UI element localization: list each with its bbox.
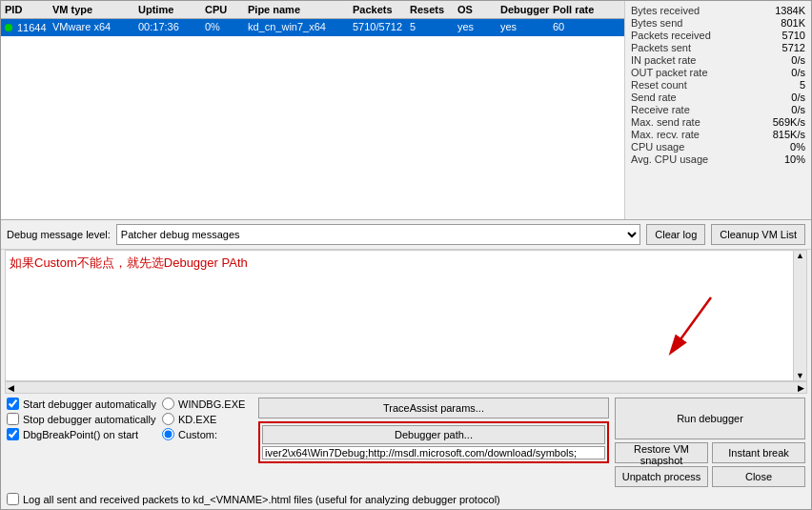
stats-label: Max. send rate [631,116,700,128]
log-packets-checkbox[interactable] [7,493,19,505]
cleanup-vm-button[interactable]: Cleanup VM List [711,224,805,245]
dbgbreak-checkbox[interactable] [7,428,19,440]
custom-radio[interactable] [162,428,174,440]
stats-label: Avg. CPU usage [631,153,708,165]
stats-label: IN packet rate [631,54,696,66]
stats-value: 5 [800,79,805,91]
scroll-left-arrow[interactable]: ◀ [8,383,14,393]
cell-resets: 5 [408,20,456,35]
debugger-path-button[interactable]: Debugger path... [262,425,605,444]
scroll-down-arrow[interactable]: ▼ [796,371,804,380]
cell-vmtype: VMware x64 [51,20,136,35]
table-row[interactable]: 11644 VMware x64 00:17:36 0% kd_cn_win7_… [1,19,624,36]
stats-label: Reset count [631,79,687,91]
main-window: PID VM type Uptime CPU Pipe name Packets… [0,0,812,510]
stop-debugger-label: Stop debugger automatically [23,414,155,425]
unpatch-close-row: Unpatch process Close [615,466,805,487]
cell-pipename: kd_cn_win7_x64 [246,20,351,35]
restore-snapshot-button[interactable]: Restore VM snapshot [615,442,708,463]
cell-os: yes [456,20,498,35]
col-resets: Resets [408,3,456,16]
stats-value: 0/s [791,92,805,103]
col-os: OS [456,3,498,16]
col-pollrate: Poll rate [551,3,608,16]
stats-label: Send rate [631,92,677,103]
stats-label: Bytes send [631,17,682,29]
table-body: 11644 VMware x64 00:17:36 0% kd_cn_win7_… [1,19,624,219]
stats-value: 1384K [775,5,805,16]
cb-log-packets: Log all sent and received packets to kd_… [7,493,805,505]
col-packets: Packets [351,3,408,16]
middle-col: TraceAssist params... Debugger path... [258,398,609,463]
stats-row: Packets received5710 [631,30,805,41]
instant-break-button[interactable]: Instant break [712,442,805,463]
stats-label: Receive rate [631,104,690,115]
radio-kd: KD.EXE [162,413,253,425]
scroll-right-arrow[interactable]: ▶ [798,383,804,393]
restore-instant-row: Restore VM snapshot Instant break [615,442,805,463]
stats-label: Packets received [631,30,711,41]
stats-label: CPU usage [631,141,684,153]
top-section: PID VM type Uptime CPU Pipe name Packets… [1,1,811,220]
stats-label: Max. recv. rate [631,129,700,140]
cell-pollrate: 60 [551,20,608,35]
cell-cpu: 0% [203,20,246,35]
trace-assist-button[interactable]: TraceAssist params... [258,398,609,418]
log-checkbox-row: Log all sent and received packets to kd_… [1,491,811,509]
stats-row: Bytes send801K [631,17,805,29]
cell-debugger: yes [498,20,551,35]
log-packets-label: Log all sent and received packets to kd_… [23,494,500,505]
debugger-path-group: Debugger path... [258,421,609,463]
log-hscrollbar[interactable]: ◀ ▶ [5,381,807,394]
radio-custom: Custom: [162,428,253,440]
cb-stop-debugger: Stop debugger automatically [7,413,156,425]
row-indicator: 11644 [3,20,51,35]
clear-log-button[interactable]: Clear log [646,224,705,245]
unpatch-button[interactable]: Unpatch process [615,466,708,487]
start-debugger-checkbox[interactable] [7,398,19,410]
cell-uptime: 00:17:36 [136,20,203,35]
stats-value: 801K [781,17,805,29]
stats-row: Avg. CPU usage10% [631,153,805,165]
cell-pid: 11644 [15,21,49,34]
stats-row: Packets sent5712 [631,42,805,53]
stats-value: 10% [784,153,805,165]
col-pipename: Pipe name [246,3,351,16]
right-col: Run debugger Restore VM snapshot Instant… [615,398,805,487]
bottom-controls: Start debugger automatically Stop debugg… [1,394,811,491]
stats-row: IN packet rate0/s [631,54,805,66]
stats-row: Max. send rate569K/s [631,116,805,128]
kd-radio[interactable] [162,413,174,425]
stats-value: 569K/s [773,116,805,128]
cb-start-debugger: Start debugger automatically [7,398,156,410]
col-pid: PID [3,3,51,16]
stats-value: 5710 [782,30,805,41]
stats-label: Bytes received [631,5,700,16]
radio-col: WINDBG.EXE KD.EXE Custom: [162,398,253,440]
close-button[interactable]: Close [712,466,805,487]
stats-row: Send rate0/s [631,92,805,103]
debug-level-select[interactable]: Patcher debug messagesAll debug messages… [116,224,640,245]
checkboxes-col: Start debugger automatically Stop debugg… [7,398,156,440]
stats-label: OUT packet rate [631,67,708,78]
custom-label: Custom: [178,429,217,440]
stats-value: 0% [790,141,805,153]
col-debugger: Debugger [498,3,551,16]
stats-value: 5712 [782,42,805,53]
vertical-scrollbar[interactable]: ▲ ▼ [793,251,806,380]
scroll-up-arrow[interactable]: ▲ [796,251,804,260]
run-debugger-button[interactable]: Run debugger [615,398,805,439]
custom-path-input[interactable] [262,446,605,459]
log-annotation: 如果Custom不能点，就先选Debugger PAth [10,255,248,270]
stop-debugger-checkbox[interactable] [7,413,19,425]
windbg-radio[interactable] [162,398,174,410]
stats-value: 0/s [791,67,805,78]
stats-label: Packets sent [631,42,691,53]
col-cpu: CPU [203,3,246,16]
log-content: 如果Custom不能点，就先选Debugger PAth [6,251,806,275]
dbgbreak-label: DbgBreakPoint() on start [23,429,138,440]
log-area: 如果Custom不能点，就先选Debugger PAth ▲ ▼ [5,250,807,381]
debug-bar: Debug message level: Patcher debug messa… [1,220,811,250]
col-uptime: Uptime [136,3,203,16]
stats-row: OUT packet rate0/s [631,67,805,78]
